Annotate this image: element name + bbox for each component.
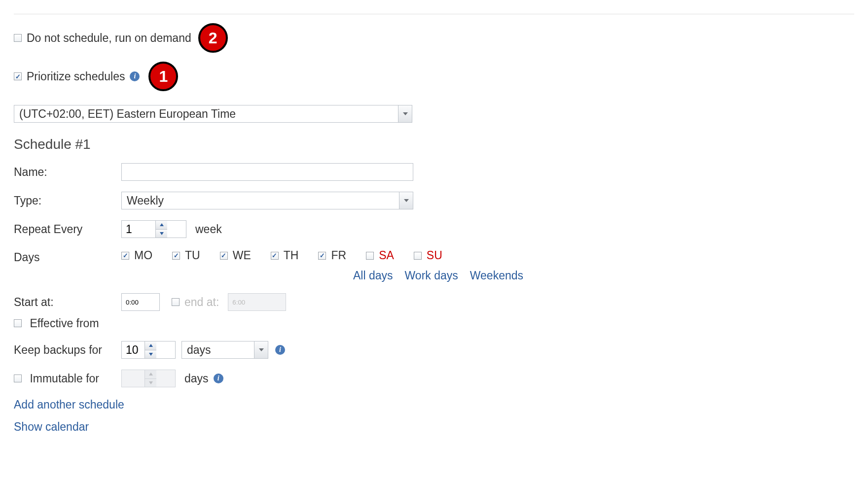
stepper-down-icon <box>145 378 156 387</box>
day-label: TH <box>284 249 299 262</box>
timezone-value: (UTC+02:00, EET) Eastern European Time <box>14 107 398 121</box>
stepper-up-icon[interactable] <box>156 221 167 229</box>
day-mo[interactable]: MO <box>121 249 152 262</box>
day-label: TU <box>185 249 200 262</box>
days-row: MOTUWETHFRSASU <box>121 249 523 262</box>
repeat-every-input[interactable] <box>122 221 155 238</box>
day-fr[interactable]: FR <box>318 249 346 262</box>
repeat-every-label: Repeat Every <box>14 223 121 236</box>
day-checkbox[interactable] <box>172 252 180 260</box>
keep-backups-label: Keep backups for <box>14 343 121 357</box>
chevron-down-icon <box>254 341 268 358</box>
weekends-link[interactable]: Weekends <box>470 269 523 282</box>
day-we[interactable]: WE <box>220 249 251 262</box>
keep-backups-input[interactable] <box>122 341 145 358</box>
info-icon[interactable]: i <box>214 374 223 383</box>
day-checkbox[interactable] <box>271 252 279 260</box>
immutable-for-input <box>122 370 145 387</box>
effective-from-checkbox[interactable] <box>14 319 22 327</box>
effective-from-label: Effective from <box>30 317 99 330</box>
chevron-down-icon <box>398 105 412 122</box>
stepper-up-icon[interactable] <box>145 341 156 350</box>
stepper-down-icon[interactable] <box>156 229 167 238</box>
stepper-up-icon <box>145 370 156 378</box>
do-not-schedule-checkbox[interactable] <box>14 34 22 42</box>
all-days-link[interactable]: All days <box>353 269 393 282</box>
type-select[interactable]: Weekly <box>121 192 413 209</box>
day-checkbox[interactable] <box>366 252 374 260</box>
end-at-checkbox[interactable] <box>172 298 180 306</box>
immutable-for-label: Immutable for <box>30 372 99 385</box>
name-label: Name: <box>14 166 121 179</box>
type-value: Weekly <box>122 194 399 207</box>
add-schedule-link[interactable]: Add another schedule <box>14 398 854 411</box>
show-calendar-link[interactable]: Show calendar <box>14 420 854 434</box>
repeat-unit: week <box>195 223 222 236</box>
timezone-select[interactable]: (UTC+02:00, EET) Eastern European Time <box>14 105 412 123</box>
immutable-unit: days <box>184 372 209 385</box>
day-su[interactable]: SU <box>414 249 442 262</box>
chevron-down-icon <box>399 192 413 209</box>
end-at-input <box>228 293 286 311</box>
prioritize-schedules-label: Prioritize schedules <box>27 70 125 83</box>
day-sa[interactable]: SA <box>366 249 394 262</box>
day-label: MO <box>134 249 152 262</box>
keep-backups-stepper[interactable] <box>121 341 176 359</box>
day-label: SU <box>427 249 442 262</box>
do-not-schedule-label: Do not schedule, run on demand <box>27 32 191 45</box>
badge-2: 2 <box>198 23 228 53</box>
info-icon[interactable]: i <box>130 71 140 81</box>
start-at-label: Start at: <box>14 296 121 309</box>
work-days-link[interactable]: Work days <box>405 269 458 282</box>
day-label: FR <box>331 249 346 262</box>
day-label: SA <box>379 249 394 262</box>
badge-1: 1 <box>148 62 178 91</box>
prioritize-schedules-checkbox[interactable] <box>14 72 22 80</box>
repeat-every-stepper[interactable] <box>121 220 186 238</box>
day-checkbox[interactable] <box>318 252 326 260</box>
day-checkbox[interactable] <box>414 252 422 260</box>
immutable-for-stepper <box>121 370 176 387</box>
name-input[interactable] <box>121 163 413 181</box>
stepper-down-icon[interactable] <box>145 350 156 359</box>
day-label: WE <box>233 249 251 262</box>
day-checkbox[interactable] <box>220 252 228 260</box>
info-icon[interactable]: i <box>275 345 285 355</box>
days-label: Days <box>14 249 121 264</box>
keep-unit-value: days <box>182 343 254 357</box>
keep-unit-select[interactable]: days <box>181 341 268 359</box>
end-at-label: end at: <box>184 296 219 309</box>
day-th[interactable]: TH <box>271 249 299 262</box>
day-checkbox[interactable] <box>121 252 129 260</box>
day-tu[interactable]: TU <box>172 249 200 262</box>
immutable-for-checkbox[interactable] <box>14 375 22 382</box>
type-label: Type: <box>14 194 121 207</box>
start-at-input[interactable] <box>121 293 160 311</box>
schedule-title: Schedule #1 <box>14 136 854 152</box>
